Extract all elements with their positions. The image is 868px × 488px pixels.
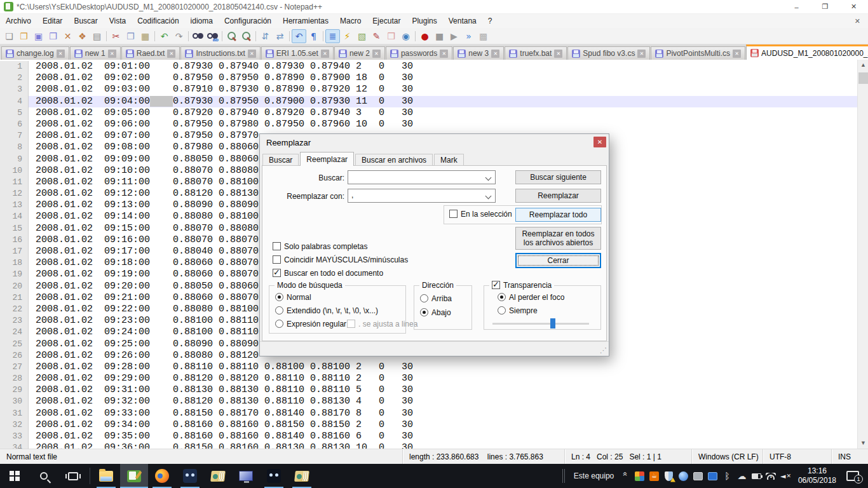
- tab-close-icon[interactable]: ✕: [733, 50, 741, 58]
- tab-instructions-txt[interactable]: Instructions.txt ✕: [180, 46, 260, 60]
- close-all-icon[interactable]: ❖: [75, 29, 90, 43]
- taskbar-owl-app-1[interactable]: [176, 464, 204, 488]
- zoom-in-icon[interactable]: [224, 29, 239, 43]
- tab-raed-txt[interactable]: Raed.txt ✕: [121, 46, 180, 60]
- tab-spud-fibo[interactable]: Spud fibo v3.cs ✕: [567, 46, 650, 60]
- toolbar-grip[interactable]: [562, 469, 565, 483]
- zoom-out-icon[interactable]: [239, 29, 254, 43]
- match-case-checkbox[interactable]: Coincidir MAYÚSCULAS/minúsculas: [273, 255, 408, 264]
- replace-all-open-button[interactable]: Reemplazar en todos los archivos abierto…: [515, 227, 601, 250]
- tab-audusd-csv[interactable]: AUDUSD_M1_200801020000_201805042140.csv …: [746, 44, 868, 60]
- direction-up-radio[interactable]: Arriba: [420, 294, 452, 303]
- print-icon[interactable]: ▤: [90, 29, 104, 43]
- tab-pivotpointsmulti[interactable]: PivotPointsMulti.cs ✕: [651, 46, 745, 60]
- taskbar-clock[interactable]: 13:16 06/05/2018: [793, 466, 841, 485]
- find-icon[interactable]: [191, 29, 205, 43]
- scrollbar-thumb[interactable]: [858, 72, 868, 84]
- indent-guide-icon[interactable]: ≣: [325, 29, 340, 43]
- word-wrap-icon[interactable]: ↶: [292, 29, 306, 43]
- menu-editar[interactable]: Editar: [37, 14, 68, 28]
- slider-thumb[interactable]: [550, 318, 555, 329]
- tray-volume-muted-icon[interactable]: ◄✕: [778, 464, 793, 488]
- find-input[interactable]: [348, 170, 496, 184]
- resize-grip-icon[interactable]: ⋰: [600, 346, 607, 355]
- copy-icon[interactable]: ❐: [123, 29, 138, 43]
- redo-icon[interactable]: ↷: [172, 29, 186, 43]
- tab-truefx-bat[interactable]: truefx.bat ✕: [505, 46, 567, 60]
- scroll-down-icon[interactable]: ▼: [858, 438, 868, 449]
- in-selection-checkbox[interactable]: En la selección: [449, 210, 512, 219]
- menu-herramientas[interactable]: Herramientas: [277, 14, 334, 28]
- replace-all-button[interactable]: Reemplazar todo: [515, 208, 601, 222]
- wrap-around-checkbox[interactable]: Buscar en todo el documento: [273, 269, 383, 278]
- tab-close-icon[interactable]: ✕: [554, 50, 562, 58]
- play-macro-icon[interactable]: ▶: [447, 29, 461, 43]
- show-all-chars-icon[interactable]: ¶: [306, 29, 321, 43]
- toolbar-icon[interactable]: [153, 29, 157, 43]
- toolbar-icon[interactable]: [186, 29, 191, 43]
- replace-icon[interactable]: [205, 29, 220, 43]
- tab-close-icon[interactable]: ✕: [491, 50, 499, 58]
- function-list-icon[interactable]: ✎: [369, 29, 384, 43]
- tray-java-icon[interactable]: ☕: [647, 464, 661, 488]
- tab-close-icon[interactable]: ✕: [167, 50, 175, 58]
- tray-wifi-icon[interactable]: •: [764, 464, 778, 488]
- taskbar-notepadpp[interactable]: [120, 464, 148, 488]
- tray-blue-app-icon[interactable]: [676, 464, 691, 488]
- tray-avg-icon[interactable]: [632, 464, 647, 488]
- document-monitor-icon[interactable]: ◉: [398, 29, 413, 43]
- replace-button[interactable]: Reemplazar: [515, 189, 601, 203]
- status-insert-mode[interactable]: INS: [831, 449, 868, 464]
- stop-macro-icon[interactable]: ■: [432, 29, 447, 43]
- dialog-tab-buscar[interactable]: Buscar: [262, 154, 299, 166]
- cut-icon[interactable]: ✂: [109, 29, 123, 43]
- vertical-scrollbar[interactable]: ▲ ▼: [857, 60, 868, 449]
- status-encoding[interactable]: UTF-8: [763, 449, 831, 464]
- save-macro-icon[interactable]: ▩: [476, 29, 491, 43]
- tab-close-icon[interactable]: ✕: [57, 50, 65, 58]
- direction-down-radio[interactable]: Abajo: [420, 308, 451, 317]
- document-map-icon[interactable]: ▧: [355, 29, 369, 43]
- tray-remote-icon[interactable]: [705, 464, 720, 488]
- menu-plugins[interactable]: Plugins: [406, 14, 442, 28]
- folder-workspace-icon[interactable]: ❒: [384, 29, 398, 43]
- maximize-button[interactable]: ❐: [811, 0, 839, 13]
- tab-close-icon[interactable]: ✕: [637, 50, 646, 58]
- tab-close-icon[interactable]: ✕: [440, 50, 448, 58]
- function-completion-icon[interactable]: ⚡: [340, 29, 355, 43]
- tab-close-icon[interactable]: ✕: [108, 50, 116, 58]
- save-all-icon[interactable]: ❒: [46, 29, 60, 43]
- tab-close-icon[interactable]: ✕: [321, 50, 329, 58]
- dialog-close-icon[interactable]: ✕: [593, 137, 606, 147]
- menu-buscar[interactable]: Buscar: [68, 14, 103, 28]
- dialog-tab-reemplazar[interactable]: Reemplazar: [300, 152, 354, 166]
- tab-change-log[interactable]: change.log ✕: [1, 46, 69, 60]
- tray-power-icon[interactable]: [749, 464, 764, 488]
- run-macro-multiple-icon[interactable]: »: [461, 29, 476, 43]
- menu-configuracion[interactable]: Configuración: [219, 14, 277, 28]
- task-view-button[interactable]: [58, 464, 88, 488]
- tray-display-icon[interactable]: [691, 464, 705, 488]
- notification-center-icon[interactable]: 1: [846, 471, 859, 481]
- close-document-icon[interactable]: ✕: [847, 17, 868, 25]
- mode-normal-radio[interactable]: Normal: [275, 293, 311, 302]
- taskbar-docs-app-1[interactable]: [204, 464, 232, 488]
- mode-regex-radio[interactable]: Expresión regular: [275, 320, 346, 329]
- menu-idioma[interactable]: idioma: [185, 14, 219, 28]
- tab-close-icon[interactable]: ✕: [248, 50, 256, 58]
- taskbar-docs-app-2[interactable]: [288, 464, 316, 488]
- save-icon[interactable]: ▣: [31, 29, 46, 43]
- paste-icon[interactable]: ▦: [138, 29, 153, 43]
- sync-horizontal-icon[interactable]: ⇄: [273, 29, 287, 43]
- tray-overflow-icon[interactable]: »: [621, 472, 630, 477]
- dialog-tab-mark[interactable]: Mark: [434, 154, 464, 166]
- tray-bluetooth-icon[interactable]: ᛒ: [720, 464, 735, 488]
- new-file-icon[interactable]: ❏: [2, 29, 17, 43]
- taskbar-pc-app[interactable]: [232, 464, 260, 488]
- dialog-tab-buscar-en-archivos[interactable]: Buscar en archivos: [355, 154, 433, 166]
- taskbar-file-explorer[interactable]: [92, 464, 120, 488]
- este-equipo-toolbar[interactable]: Este equipo: [570, 471, 618, 480]
- tab-close-icon[interactable]: ✕: [372, 50, 381, 58]
- undo-icon[interactable]: ↶: [157, 29, 172, 43]
- close-button[interactable]: ✕: [839, 0, 868, 13]
